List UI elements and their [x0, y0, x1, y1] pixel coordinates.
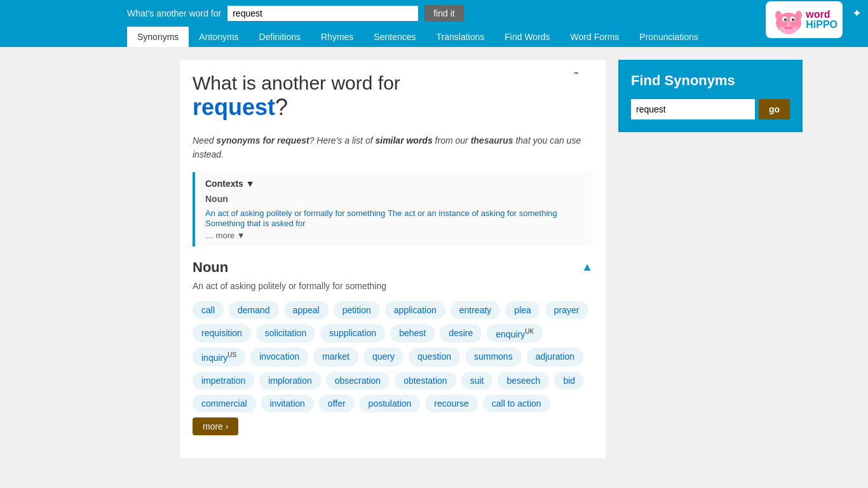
- find-it-button[interactable]: find it: [424, 5, 463, 22]
- svg-point-2: [780, 21, 787, 27]
- tab-word-forms[interactable]: Word Forms: [560, 27, 630, 47]
- word-tag-call-to-action[interactable]: call to action: [483, 395, 550, 412]
- collapse-noun-button[interactable]: ▲: [581, 261, 593, 274]
- word-tag-invitation[interactable]: invitation: [261, 395, 314, 412]
- search-label: What's another word for: [127, 8, 221, 18]
- find-synonyms-box: Find Synonyms go: [618, 60, 803, 132]
- svg-point-8: [785, 27, 789, 29]
- word-tag-postulation[interactable]: postulation: [360, 395, 421, 412]
- context-item-3[interactable]: Something that is asked for: [205, 219, 306, 228]
- word-tag-commercial[interactable]: commercial: [193, 395, 256, 412]
- contexts-box: Contexts ▼ Noun An act of asking politel…: [193, 172, 593, 247]
- word-tag-imploration[interactable]: imploration: [259, 372, 320, 390]
- noun-title: Noun: [193, 259, 228, 276]
- svg-point-11: [796, 11, 802, 20]
- context-item-1[interactable]: An act of asking politely or formally fo…: [205, 208, 385, 218]
- svg-point-7: [792, 18, 794, 21]
- word-tag-demand[interactable]: demand: [229, 301, 279, 319]
- audio-button[interactable]: 🔊: [571, 72, 593, 74]
- word-tag-inquiry[interactable]: inquiryUS: [193, 348, 245, 367]
- svg-point-10: [775, 11, 782, 20]
- tab-synonyms[interactable]: Synonyms: [127, 27, 189, 47]
- word-tag-question[interactable]: question: [409, 348, 460, 367]
- find-synonyms-title: Find Synonyms: [631, 72, 790, 89]
- word-tag-invocation[interactable]: invocation: [250, 348, 308, 367]
- more-button[interactable]: more ›: [193, 417, 238, 435]
- star-icon: ✦: [852, 6, 862, 20]
- word-tag-market[interactable]: market: [313, 348, 358, 367]
- search-input[interactable]: [227, 6, 418, 21]
- word-tag-call[interactable]: call: [193, 301, 224, 319]
- word-tag-application[interactable]: application: [385, 301, 445, 319]
- word-tag-bid[interactable]: bid: [554, 372, 584, 390]
- word-tag-requisition[interactable]: requisition: [193, 324, 251, 343]
- description-text: Need synonyms for request? Here's a list…: [193, 133, 593, 162]
- tab-translations[interactable]: Translations: [426, 27, 495, 47]
- contexts-header[interactable]: Contexts ▼: [205, 179, 583, 189]
- svg-point-9: [789, 27, 792, 29]
- tab-sentences[interactable]: Sentences: [363, 27, 426, 47]
- word-tag-behest[interactable]: behest: [390, 324, 435, 343]
- word-tag-impetration[interactable]: impetration: [193, 372, 254, 390]
- context-item-2[interactable]: The act or an instance of asking for som…: [388, 208, 557, 218]
- contexts-noun-label: Noun: [205, 194, 583, 204]
- word-tag-beseech[interactable]: beseech: [498, 372, 549, 390]
- word-tag-offer[interactable]: offer: [319, 395, 355, 412]
- word-highlight: request: [193, 94, 275, 120]
- tab-find-words[interactable]: Find Words: [494, 27, 560, 47]
- logo-hippo: HiPPO: [806, 20, 837, 30]
- tab-definitions[interactable]: Definitions: [249, 27, 311, 47]
- tab-pronunciations[interactable]: Pronunciations: [629, 27, 709, 47]
- noun-section: Noun ▲ An act of asking politely or form…: [193, 259, 593, 435]
- word-tag-obsecration[interactable]: obsecration: [326, 372, 390, 390]
- go-button[interactable]: go: [759, 99, 790, 119]
- noun-subtitle: An act of asking politely or formally fo…: [193, 281, 593, 291]
- word-tag-prayer[interactable]: prayer: [545, 301, 588, 319]
- word-tag-suit[interactable]: suit: [461, 372, 493, 390]
- logo-word: word: [806, 10, 837, 20]
- word-tag-obtestation[interactable]: obtestation: [395, 372, 456, 390]
- word-tag-summons[interactable]: summons: [465, 348, 522, 367]
- svg-point-6: [784, 18, 787, 21]
- word-tags-container: call demand appeal petition application …: [193, 301, 593, 435]
- word-tag-recourse[interactable]: recourse: [425, 395, 477, 412]
- word-tag-query[interactable]: query: [363, 348, 403, 367]
- word-tag-petition[interactable]: petition: [334, 301, 380, 319]
- tab-antonyms[interactable]: Antonyms: [189, 27, 248, 47]
- svg-point-3: [790, 21, 797, 27]
- word-tag-entreaty[interactable]: entreaty: [451, 301, 501, 319]
- page-heading: What is another word for request?: [193, 72, 593, 121]
- hippo-icon: [771, 4, 806, 36]
- find-synonyms-input[interactable]: [631, 99, 755, 119]
- word-tag-supplication[interactable]: supplication: [320, 324, 385, 343]
- word-tag-plea[interactable]: plea: [505, 301, 539, 319]
- word-tag-desire[interactable]: desire: [440, 324, 482, 343]
- more-contexts-link[interactable]: … more ▼: [205, 231, 583, 240]
- word-tag-appeal[interactable]: appeal: [284, 301, 329, 319]
- word-tag-solicitation[interactable]: solicitation: [256, 324, 315, 343]
- word-tag-enquiry[interactable]: enquiryUK: [487, 324, 543, 343]
- tab-rhymes[interactable]: Rhymes: [311, 27, 363, 47]
- word-tag-adjuration[interactable]: adjuration: [527, 348, 584, 367]
